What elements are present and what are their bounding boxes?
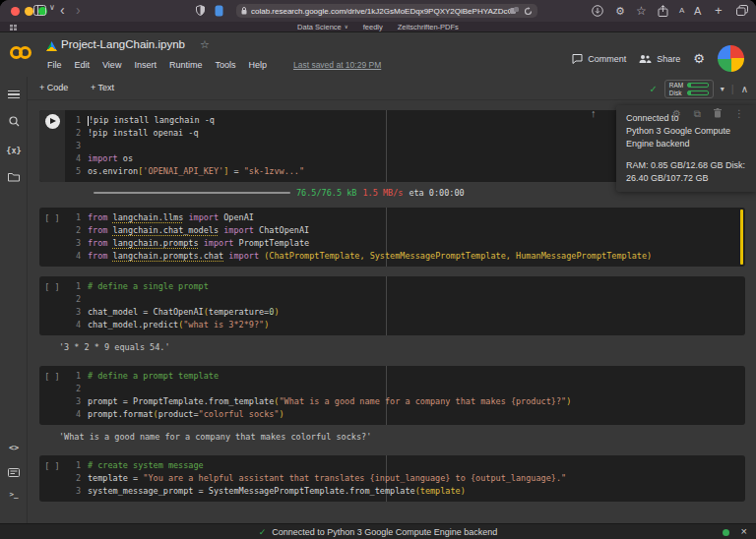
reload-icon[interactable] (524, 7, 533, 16)
code-line[interactable]: 2from langchain.chat_models import ChatO… (65, 224, 745, 237)
settings-gear-icon[interactable]: ⚙ (693, 51, 705, 66)
variables-icon[interactable]: {x} (0, 146, 28, 155)
comment-button[interactable]: Comment (572, 54, 626, 64)
code-line[interactable]: 2 (65, 293, 745, 306)
text-size-increase-button[interactable]: A (694, 0, 701, 22)
code-editor[interactable]: 1# define a prompt template23prompt = Pr… (65, 366, 745, 425)
code-editor[interactable]: 1# define a single prompt23chat_model = … (65, 276, 745, 335)
code-line[interactable]: 3system_message_prompt = SystemMessagePr… (65, 485, 745, 498)
last-saved-status[interactable]: Last saved at 10:29 PM (293, 60, 381, 70)
delete-cell-icon[interactable] (714, 108, 722, 120)
status-text: Connected to Python 3 Google Compute Eng… (272, 527, 497, 537)
sidebar-toggle-icon[interactable] (33, 5, 46, 16)
code-line[interactable]: 1# define a prompt template (65, 370, 745, 383)
run-placeholder[interactable]: [ ] (44, 459, 59, 502)
code-token: ) (566, 395, 571, 408)
settings-gear-icon[interactable]: ⚙ (615, 0, 625, 22)
code-line[interactable]: 3from langchain.prompts import PromptTem… (65, 237, 745, 250)
menu-runtime[interactable]: Runtime (169, 60, 203, 70)
resources-ram-disk-widget[interactable]: RAM Disk (664, 80, 714, 98)
menu-tools[interactable]: Tools (215, 60, 235, 70)
run-placeholder[interactable]: [ ] (44, 280, 59, 335)
forward-button[interactable]: › (76, 0, 81, 21)
cell-gutter[interactable]: [ ] (39, 208, 65, 267)
bookmark-folder-data-science[interactable]: Data Science∨ (297, 23, 348, 31)
star-notebook-icon[interactable]: ☆ (200, 38, 210, 51)
run-placeholder[interactable]: [ ] (44, 370, 59, 425)
connection-status-dot (723, 529, 729, 536)
code-editor[interactable]: 1# create system message2template = "You… (65, 455, 745, 502)
window-minimize-button[interactable] (25, 7, 33, 16)
code-cell[interactable]: [ ]1# define a prompt template23prompt =… (39, 366, 745, 425)
menu-view[interactable]: View (102, 60, 121, 70)
share-button[interactable]: Share (639, 54, 680, 64)
run-button-gutter[interactable] (39, 110, 65, 182)
files-folder-icon[interactable] (0, 172, 28, 182)
cell-gutter[interactable]: [ ] (39, 366, 65, 425)
url-badge-icon[interactable] (510, 7, 519, 15)
notebook-cell: [ ]1# define a single prompt23chat_model… (28, 276, 756, 352)
bookmarks-grid-icon[interactable] (10, 25, 17, 30)
code-token: import (88, 152, 118, 165)
resources-dropdown-icon[interactable]: ▾ (721, 85, 724, 93)
account-avatar[interactable] (718, 45, 744, 72)
menu-edit[interactable]: Edit (75, 60, 91, 70)
address-bar[interactable]: colab.research.google.com/drive/1kJ2GsMo… (236, 4, 537, 18)
share-icon[interactable] (658, 5, 668, 17)
code-line[interactable]: 4prompt.format(product="colorful socks") (65, 408, 745, 421)
code-line[interactable]: 4from langchain.prompts.chat import (Cha… (65, 250, 745, 263)
code-line[interactable]: 2 (65, 383, 745, 395)
colab-logo[interactable] (10, 46, 32, 59)
line-number: 2 (65, 472, 81, 485)
code-cell[interactable]: [ ]1from langchain.llms import OpenAI2fr… (39, 208, 745, 267)
add-code-cell-button[interactable]: + Code (39, 83, 68, 92)
more-actions-icon[interactable]: ⋮ (734, 108, 744, 120)
code-line[interactable]: 1# create system message (65, 459, 745, 472)
code-line[interactable]: 1# define a single prompt (65, 280, 745, 293)
code-line[interactable]: 2template = "You are a helpful assistant… (65, 472, 745, 485)
sidebar-chevron-icon[interactable]: ∨ (49, 0, 55, 19)
ram-meter (687, 83, 709, 88)
cell-gutter[interactable]: [ ] (39, 455, 65, 502)
code-cell[interactable]: [ ]1# define a single prompt23chat_model… (39, 276, 745, 335)
collapse-sections-icon[interactable]: ∧ (741, 84, 748, 94)
code-line[interactable]: 4chat_model.predict("what is 3*2*9?") (65, 319, 745, 331)
cell-gutter[interactable]: [ ] (39, 276, 65, 335)
menu-insert[interactable]: Insert (134, 60, 157, 70)
window-close-button[interactable] (11, 7, 20, 16)
downloads-icon[interactable] (592, 5, 603, 17)
terminal-icon[interactable]: >_ (0, 490, 28, 499)
table-of-contents-icon[interactable] (0, 87, 28, 104)
status-close-icon[interactable]: × (741, 525, 747, 537)
bookmark-zeitschriften-pdfs[interactable]: Zeitschriften-PDFs (398, 23, 459, 31)
chevron-down-icon: ∨ (345, 24, 348, 30)
menu-help[interactable]: Help (248, 60, 267, 70)
menu-file[interactable]: File (47, 60, 62, 70)
cell-settings-gear-icon[interactable]: ⚙ (672, 108, 681, 120)
mirror-cell-icon[interactable]: ⧉ (694, 108, 701, 120)
text-size-decrease-button[interactable]: A (679, 0, 684, 22)
code-line[interactable]: 3prompt = PromptTemplate.from_template("… (65, 395, 745, 408)
code-line[interactable]: 3chat_model = ChatOpenAI(temperature=0) (65, 306, 745, 319)
notebook-title[interactable]: Project-LangChain.ipynb (61, 38, 185, 50)
extension-icon[interactable] (215, 5, 223, 17)
back-button[interactable]: ‹ (60, 0, 65, 21)
tooltip-line: RAM: 0.85 GB/12.68 GB Disk: (626, 159, 746, 172)
add-text-cell-button[interactable]: + Text (91, 83, 114, 92)
status-check-icon: ✓ (259, 527, 267, 537)
new-tab-button[interactable]: + (715, 0, 723, 22)
run-placeholder[interactable]: [ ] (44, 211, 59, 267)
code-line[interactable]: 1from langchain.llms import OpenAI (65, 211, 745, 224)
code-token: "what is 3*2*9?" (183, 319, 264, 331)
command-palette-icon[interactable] (0, 468, 28, 477)
code-editor[interactable]: 1from langchain.llms import OpenAI2from … (65, 208, 745, 267)
bookmark-feedly[interactable]: feedly (363, 23, 383, 31)
tab-overview-icon[interactable] (736, 5, 748, 16)
favorites-star-icon[interactable]: ☆ (636, 0, 647, 22)
privacy-shield-icon[interactable] (196, 5, 205, 16)
run-cell-button[interactable] (45, 114, 60, 129)
search-icon[interactable] (0, 116, 28, 127)
move-cell-up-icon[interactable]: ↑ (591, 107, 597, 119)
code-cell[interactable]: [ ]1# create system message2template = "… (39, 455, 745, 502)
code-snippets-icon[interactable]: <> (0, 443, 28, 452)
